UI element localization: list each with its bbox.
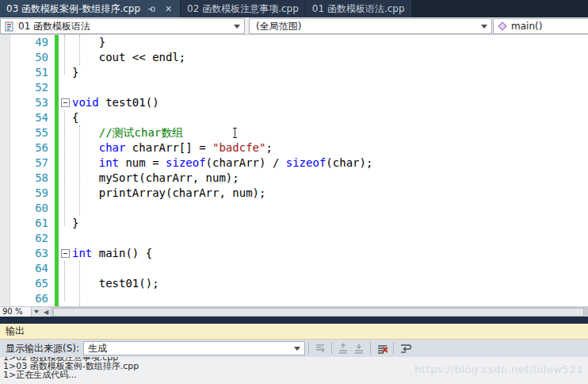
- toolbar-separator: [331, 342, 332, 355]
- project-dropdown-value: 01 函数模板语法: [18, 20, 90, 33]
- toolbar-separator: [393, 342, 394, 355]
- indent-guide-line: [79, 125, 80, 216]
- output-source-value: 生成: [88, 342, 107, 355]
- indent-guide-line: [79, 35, 80, 65]
- method-icon: [497, 21, 508, 32]
- line-number: 54: [10, 110, 54, 125]
- line-number: 53: [10, 95, 54, 110]
- go-to-next-message-icon[interactable]: [351, 341, 367, 355]
- code-line: char charArr[] = "badcfe";: [72, 140, 273, 156]
- line-number: 63: [10, 246, 54, 261]
- toggle-word-wrap-icon[interactable]: [397, 341, 413, 355]
- chevron-down-icon: [294, 347, 300, 351]
- code-folding-margin: [59, 35, 72, 306]
- line-number: 59: [10, 186, 54, 201]
- scope-dropdown[interactable]: (全局范围): [249, 18, 492, 34]
- code-line: {: [72, 110, 78, 125]
- line-number: 65: [10, 276, 54, 291]
- code-line: mySort(charArr, num);: [72, 171, 239, 186]
- line-number: 61: [10, 216, 54, 231]
- line-number: 49: [10, 35, 54, 50]
- scope-dropdown-value: (全局范围): [256, 20, 301, 33]
- panel-separator[interactable]: [0, 317, 588, 324]
- line-number: 62: [10, 231, 54, 246]
- output-source-label: 显示输出来源(S):: [0, 342, 83, 355]
- project-dropdown[interactable]: 01 函数模板语法: [0, 18, 245, 34]
- cpp-file-icon: [4, 21, 15, 32]
- output-log-line: 1>正在生成代码...: [3, 371, 139, 379]
- code-line: //测试char数组: [72, 125, 183, 140]
- code-editor[interactable]: 495051525354555657585960616263646566 } c…: [0, 35, 588, 306]
- scroll-left-arrow-icon[interactable]: ◀: [41, 307, 51, 317]
- fold-guide-line: [64, 110, 65, 225]
- document-tab[interactable]: 02 函数模板注意事项.cpp: [181, 0, 306, 17]
- document-tab[interactable]: 01 函数模板语法.cpp: [306, 0, 412, 17]
- member-dropdown-value: main(): [511, 21, 542, 32]
- watermark-text: https://blog.csdn.net/lidew521: [414, 363, 583, 375]
- chevron-down-icon: [234, 25, 240, 29]
- line-number: 57: [10, 156, 54, 171]
- line-number: 55: [10, 125, 54, 140]
- line-number: 58: [10, 171, 54, 186]
- member-dropdown[interactable]: main(): [493, 18, 588, 34]
- toolbar-separator: [370, 342, 371, 355]
- code-line: test01();: [72, 276, 159, 291]
- line-number-margin: 495051525354555657585960616263646566: [10, 35, 54, 306]
- horizontal-scrollbar-thumb[interactable]: [53, 308, 584, 317]
- output-panel-titlebar[interactable]: 输出: [0, 324, 588, 340]
- clear-all-icon[interactable]: [374, 341, 390, 355]
- line-number: 51: [10, 65, 54, 80]
- code-line: int num = sizeof(charArr) / sizeof(char)…: [72, 156, 372, 171]
- code-line: int main() {: [72, 246, 152, 261]
- output-panel-title: 输出: [6, 324, 25, 338]
- go-to-previous-message-icon[interactable]: [335, 341, 351, 355]
- toolbar-separator: [308, 342, 309, 355]
- indicator-margin: [0, 35, 10, 306]
- indent-guide-line: [79, 261, 80, 306]
- close-icon[interactable]: ✕: [163, 4, 174, 14]
- code-line: }: [72, 35, 105, 50]
- code-line: cout << endl;: [72, 50, 185, 65]
- output-log[interactable]: 1>02 函数模板注意事项.cpp1>03 函数模板案例-数组排序.cpp1>正…: [0, 357, 588, 384]
- line-number: 52: [10, 80, 54, 95]
- text-cursor: [235, 128, 235, 138]
- document-tab-label: 02 函数模板注意事项.cpp: [187, 2, 299, 16]
- chevron-down-icon: [481, 25, 487, 29]
- code-line: printArray(charArr, num);: [72, 186, 265, 201]
- zoom-level-select[interactable]: 90 %: [0, 307, 32, 317]
- line-number: 56: [10, 140, 54, 156]
- fold-collapse-button[interactable]: [61, 98, 70, 107]
- line-number: 50: [10, 50, 54, 65]
- fold-guide-line: [64, 261, 65, 301]
- document-tab[interactable]: 03 函数模板案例-数组排序.cpp✕: [0, 0, 181, 17]
- code-line: }: [72, 65, 78, 80]
- fold-guide-line: [64, 35, 65, 75]
- find-message-in-code-icon[interactable]: [312, 341, 328, 355]
- document-tab-label: 01 函数模板语法.cpp: [312, 2, 405, 16]
- pin-icon[interactable]: [147, 4, 157, 14]
- output-log-lines: 1>02 函数模板注意事项.cpp1>03 函数模板案例-数组排序.cpp1>正…: [3, 357, 139, 379]
- output-source-dropdown[interactable]: 生成: [83, 341, 305, 355]
- code-line: }: [72, 216, 78, 231]
- code-line: void test01(): [72, 95, 159, 110]
- line-number: 66: [10, 291, 54, 306]
- zoom-chevron-down-icon[interactable]: [32, 307, 41, 317]
- line-number: 64: [10, 261, 54, 276]
- ide-window: 03 函数模板案例-数组排序.cpp✕02 函数模板注意事项.cpp01 函数模…: [0, 0, 588, 384]
- editor-bottom-bar: 90 % ◀: [0, 306, 588, 317]
- fold-collapse-button[interactable]: [61, 249, 70, 258]
- tab-bar: 03 函数模板案例-数组排序.cpp✕02 函数模板注意事项.cpp01 函数模…: [0, 0, 588, 17]
- line-number: 60: [10, 201, 54, 216]
- navigation-bar: 01 函数模板语法 (全局范围) main(): [0, 17, 588, 35]
- output-toolbar: 显示输出来源(S): 生成: [0, 340, 588, 357]
- horizontal-scrollbar[interactable]: [51, 307, 588, 317]
- document-tab-label: 03 函数模板案例-数组排序.cpp: [6, 2, 140, 16]
- code-pane[interactable]: } cout << endl;}void test01(){ //测试char数…: [72, 35, 588, 306]
